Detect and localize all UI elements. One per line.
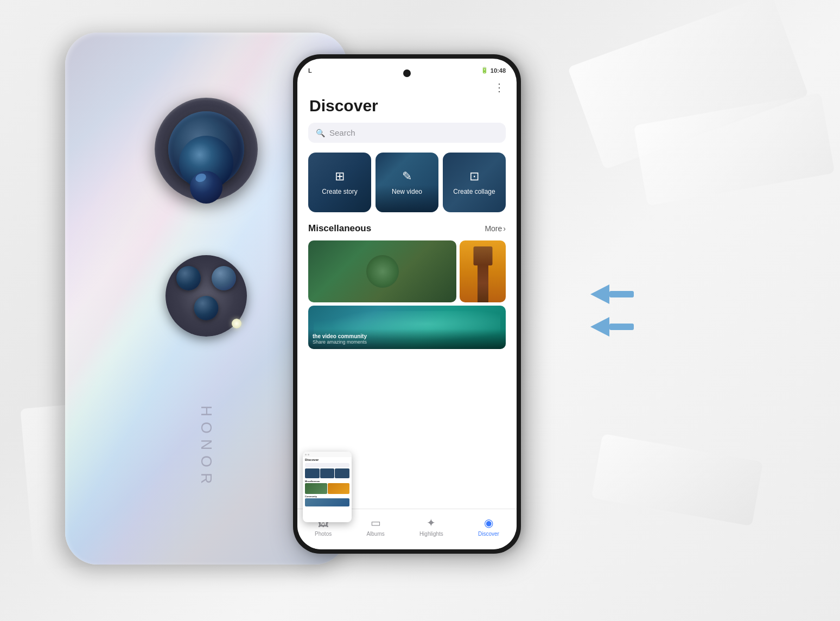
mini-cell-1 — [305, 468, 320, 478]
create-story-card[interactable]: ⊞ Create story — [308, 153, 371, 212]
photos-label: Photos — [315, 531, 332, 537]
mini-cell-3 — [335, 468, 349, 478]
app-content: Discover 🔍 Search ⊞ Create story ✎ — [297, 97, 517, 349]
new-video-label: New video — [392, 188, 422, 195]
highlights-icon: ✦ — [427, 516, 436, 529]
mini-app-title: Discover — [303, 457, 352, 462]
svg-marker-0 — [590, 284, 609, 304]
camera-lens-core — [190, 171, 222, 204]
create-story-label: Create story — [322, 188, 357, 195]
svg-rect-1 — [609, 291, 634, 297]
camera-ring-2 — [166, 255, 247, 337]
mini-community-photo — [305, 498, 349, 506]
svg-rect-3 — [609, 324, 634, 330]
status-right: 🔋 10:48 — [481, 67, 506, 74]
search-placeholder-text: Search — [329, 128, 355, 137]
front-camera-hole — [403, 69, 411, 77]
mini-photo-1 — [305, 483, 327, 494]
mini-community-title: Community — [303, 494, 352, 498]
misc-section-title: Miscellaneous — [308, 223, 371, 234]
discover-icon: ◉ — [484, 516, 493, 529]
mini-misc-title: Miscellaneous — [303, 479, 352, 483]
status-time: 10:48 — [491, 67, 506, 74]
search-bar[interactable]: 🔍 Search — [308, 123, 506, 143]
phone-front: L 🔋 10:48 ⋮ Discover 🔍 Search ⊞ — [293, 54, 521, 554]
video-community-text: the video community — [313, 333, 501, 339]
camera-lens-small-2 — [212, 266, 236, 290]
bg-decoration-3 — [591, 434, 763, 526]
video-overlay: the video community Share amazing moment… — [308, 329, 506, 349]
create-collage-label: Create collage — [453, 188, 495, 195]
camera-lens-inner — [179, 136, 233, 190]
arrow-container — [590, 283, 634, 338]
mini-action-grid — [303, 468, 352, 479]
camera-flash — [232, 319, 241, 328]
camera-lens-small-1 — [176, 266, 201, 290]
succulent-image — [308, 240, 456, 302]
photo-succulent-thumb[interactable] — [308, 240, 456, 302]
camera-lens-small-3 — [194, 296, 219, 320]
mini-search-bar — [305, 463, 349, 467]
discover-title: Discover — [308, 97, 506, 115]
mini-status-bar — [303, 452, 352, 457]
albums-label: Albums — [366, 531, 384, 537]
nav-item-discover[interactable]: ◉ Discover — [478, 516, 499, 537]
mini-cell-2 — [320, 468, 335, 478]
photo-tower-thumb[interactable] — [460, 240, 506, 302]
camera-cluster-secondary — [163, 255, 250, 342]
phone-screen: L 🔋 10:48 ⋮ Discover 🔍 Search ⊞ — [297, 59, 517, 549]
succulent-center — [366, 255, 399, 288]
tower-body — [478, 264, 488, 302]
mini-photos — [303, 483, 352, 494]
camera-ring-outer — [155, 98, 258, 201]
mini-screenshot: Discover Miscellaneous Community — [303, 452, 352, 522]
action-grid: ⊞ Create story ✎ New video ⊡ Create coll… — [308, 153, 506, 212]
more-link[interactable]: More › — [485, 224, 506, 233]
albums-icon: ▭ — [371, 516, 381, 529]
search-icon: 🔍 — [316, 129, 325, 137]
camera-lens-main — [168, 111, 244, 187]
camera-module-main — [147, 98, 266, 217]
mini-dot-2 — [308, 454, 309, 455]
mini-dot-1 — [305, 454, 307, 455]
arrow-top — [590, 283, 634, 305]
photo-col-left: the video community Share amazing moment… — [308, 240, 506, 349]
honor-brand-text: HONOR — [198, 405, 215, 489]
camera-module-secondary — [147, 223, 266, 342]
mini-photo-2 — [328, 483, 350, 494]
new-video-icon: ✎ — [402, 169, 412, 183]
create-story-icon: ⊞ — [335, 169, 345, 183]
nav-item-highlights[interactable]: ✦ Highlights — [419, 516, 443, 537]
create-collage-card[interactable]: ⊡ Create collage — [443, 153, 506, 212]
arrow-bottom — [590, 316, 634, 338]
new-video-card[interactable]: ✎ New video — [376, 153, 438, 212]
photo-top-row — [308, 240, 506, 302]
tower-top — [473, 246, 492, 265]
menu-dots-button[interactable]: ⋮ — [297, 78, 517, 97]
misc-header: Miscellaneous More › — [308, 223, 506, 234]
create-collage-icon: ⊡ — [469, 169, 479, 183]
battery-icon: 🔋 — [481, 67, 488, 74]
photo-aurora-thumb[interactable]: the video community Share amazing moment… — [308, 306, 506, 349]
photo-grid: the video community Share amazing moment… — [308, 240, 506, 349]
svg-marker-2 — [590, 317, 609, 337]
more-link-text: More — [485, 224, 502, 233]
highlights-label: Highlights — [419, 531, 443, 537]
chevron-right-icon: › — [503, 224, 506, 233]
status-indicator: L — [308, 67, 312, 74]
nav-item-albums[interactable]: ▭ Albums — [366, 516, 384, 537]
video-share-text: Share amazing moments — [313, 339, 501, 345]
discover-nav-label: Discover — [478, 531, 499, 537]
